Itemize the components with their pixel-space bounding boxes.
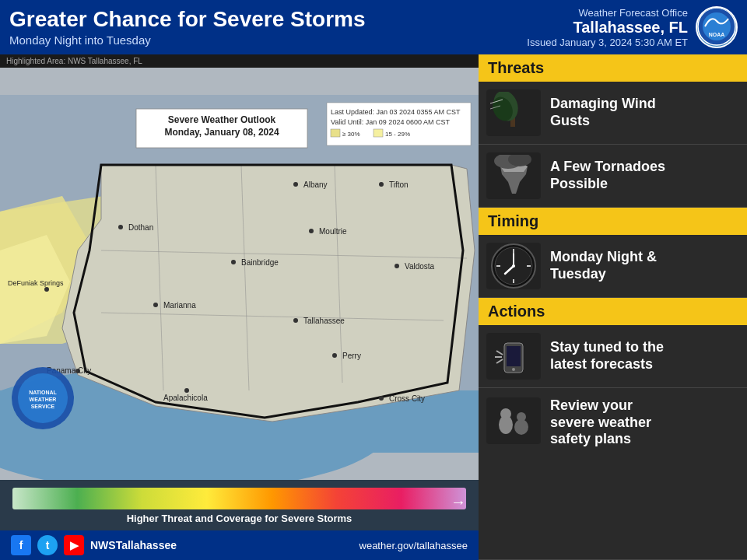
svg-text:Perry: Perry	[342, 352, 361, 360]
svg-text:NATIONAL: NATIONAL	[29, 390, 57, 395]
svg-rect-84	[490, 400, 537, 443]
svg-text:Tallahassee: Tallahassee	[303, 317, 345, 325]
svg-rect-15	[374, 129, 383, 137]
footer-bar: f t ▶ NWSTallahassee weather.gov/tallaha…	[0, 530, 479, 560]
wind-icon	[486, 89, 541, 136]
svg-text:DeFuniak Springs: DeFuniak Springs	[8, 279, 64, 287]
svg-point-38	[44, 287, 49, 292]
action-safety-row: Review yoursevere weathersafety plans	[479, 388, 747, 560]
timing-section-header: Timing	[479, 208, 747, 235]
svg-point-48	[332, 353, 337, 358]
svg-text:SERVICE: SERVICE	[31, 404, 55, 409]
action-stay-tuned-text: Stay tuned to thelatest forecasts	[550, 339, 664, 373]
timing-text: Monday Night &Tuesday	[550, 249, 657, 282]
left-panel: Highlighted Area: NWS Tallahassee, FL	[0, 54, 479, 560]
gradient-bar: →	[12, 488, 466, 509]
header-left: Greater Chance for Severe Storms Monday …	[9, 8, 366, 47]
map-area: Last Updated: Jan 03 2024 0355 AM CST Va…	[0, 68, 479, 480]
clock-icon	[486, 243, 541, 289]
tornado-icon	[486, 152, 541, 199]
actions-section-header: Actions	[479, 298, 747, 325]
svg-point-32	[309, 229, 314, 233]
header-right: Weather Forecast Office Tallahassee, FL …	[527, 6, 738, 48]
office-location: Tallahassee, FL	[527, 19, 688, 37]
svg-text:Dothan: Dothan	[128, 223, 153, 232]
svg-text:Cross City: Cross City	[389, 394, 425, 403]
svg-text:Last Updated: Jan 03 2024 0355: Last Updated: Jan 03 2024 0355 AM CST	[331, 108, 461, 116]
map-svg: Last Updated: Jan 03 2024 0355 AM CST Va…	[0, 68, 479, 480]
social-icons: f t ▶ NWSTallahassee	[11, 535, 177, 555]
action-safety-text: Review yoursevere weathersafety plans	[550, 397, 651, 448]
action-stay-tuned-row: Stay tuned to thelatest forecasts	[479, 325, 747, 388]
svg-text:WEATHER: WEATHER	[30, 397, 57, 402]
svg-text:Monday, January 08, 2024: Monday, January 08, 2024	[164, 127, 279, 138]
svg-point-50	[379, 396, 384, 401]
svg-text:Valid Until: Jan 09 2024 0600 : Valid Until: Jan 09 2024 0600 AM CST	[331, 118, 450, 126]
office-label: Weather Forecast Office	[527, 7, 688, 19]
right-panel: Threats Damaging Win	[479, 54, 747, 560]
svg-point-88	[517, 412, 526, 422]
svg-marker-9	[62, 165, 475, 422]
svg-text:Valdosta: Valdosta	[405, 262, 435, 271]
threat-wind-text: Damaging WindGusts	[550, 96, 656, 129]
threat-tornado-text: A Few TornadoesPossible	[550, 159, 665, 192]
header-office-info: Weather Forecast Office Tallahassee, FL …	[527, 7, 688, 48]
facebook-icon[interactable]: f	[11, 535, 31, 555]
svg-text:Albany: Albany	[303, 180, 328, 189]
svg-point-34	[231, 260, 236, 264]
svg-point-40	[153, 303, 158, 307]
threats-section-header: Threats	[479, 54, 747, 82]
gradient-section: → Higher Threat and Coverage for Severe …	[0, 480, 479, 530]
youtube-icon[interactable]: ▶	[64, 535, 84, 555]
issued-label: Issued January 3, 2024 5:30 AM ET	[527, 37, 688, 48]
svg-rect-13	[331, 129, 340, 137]
nws-logo: NOAA	[696, 6, 738, 48]
svg-text:Apalachicola: Apalachicola	[163, 394, 208, 402]
svg-point-83	[512, 368, 515, 371]
svg-point-36	[395, 264, 399, 268]
svg-text:Moultrie: Moultrie	[319, 227, 347, 236]
threat-wind-row: Damaging WindGusts	[479, 82, 747, 145]
body: Highlighted Area: NWS Tallahassee, FL	[0, 54, 747, 560]
svg-text:Bainbridge: Bainbridge	[241, 258, 279, 267]
website-link[interactable]: weather.gov/tallahassee	[359, 540, 468, 551]
svg-text:Severe Weather Outlook: Severe Weather Outlook	[168, 114, 276, 125]
svg-point-46	[184, 388, 189, 393]
svg-text:≥ 30%: ≥ 30%	[342, 131, 360, 138]
social-handle: NWSTallahassee	[90, 539, 177, 551]
svg-text:Tifton: Tifton	[389, 180, 409, 189]
nws-logo-text: NOAA	[697, 7, 736, 47]
main-title: Greater Chance for Severe Storms	[9, 8, 366, 32]
twitter-icon[interactable]: t	[37, 535, 58, 555]
main-container: Greater Chance for Severe Storms Monday …	[0, 0, 747, 560]
svg-point-86	[500, 408, 511, 419]
phone-alert-icon	[486, 333, 541, 380]
highlighted-area-label: Highlighted Area: NWS Tallahassee, FL	[6, 57, 142, 65]
svg-point-42	[293, 318, 298, 323]
svg-point-76	[512, 264, 515, 268]
timing-row: Monday Night &Tuesday	[479, 235, 747, 298]
svg-text:Marianna: Marianna	[163, 301, 196, 310]
svg-point-26	[293, 182, 298, 187]
svg-text:15 - 29%: 15 - 29%	[385, 131, 410, 138]
header-subtitle: Monday Night into Tuesday	[9, 33, 366, 47]
safety-icon	[486, 397, 541, 444]
gradient-label: Higher Threat and Coverage for Severe St…	[12, 513, 466, 524]
threat-tornado-row: A Few TornadoesPossible	[479, 145, 747, 208]
svg-text:NOAA: NOAA	[709, 32, 725, 37]
map-label-bar: Highlighted Area: NWS Tallahassee, FL	[0, 54, 479, 68]
svg-rect-79	[507, 346, 521, 366]
svg-point-28	[379, 182, 384, 187]
header: Greater Chance for Severe Storms Monday …	[0, 0, 747, 54]
svg-point-30	[118, 225, 123, 229]
